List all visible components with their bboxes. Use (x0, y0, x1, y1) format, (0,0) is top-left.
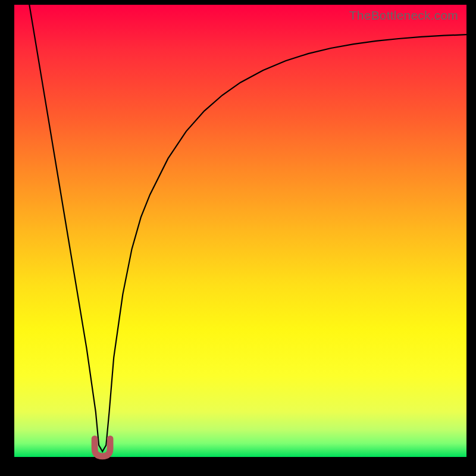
plot-area: TheBottleneck.com (14, 5, 466, 457)
chart-frame: TheBottleneck.com (0, 0, 476, 476)
bottleneck-curve (14, 5, 466, 457)
